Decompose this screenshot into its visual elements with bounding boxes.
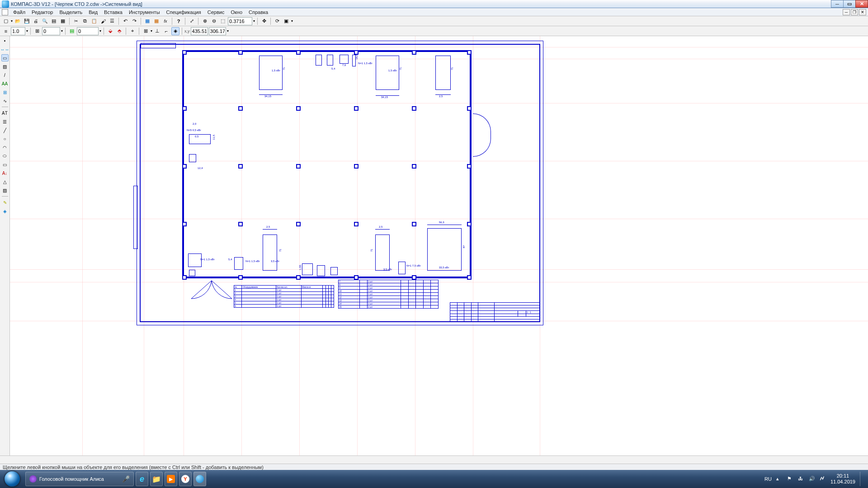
tool-axis[interactable]: ╱ (1, 127, 9, 134)
task-alice[interactable]: Голосовой помощник Алиса 🎤 (25, 472, 134, 486)
tray-up-icon[interactable]: ▴ (776, 476, 783, 482)
zoom-in-button[interactable] (201, 17, 209, 25)
redo-button[interactable] (130, 17, 138, 25)
step-button[interactable]: ⊞ (33, 27, 41, 35)
dimensions-button[interactable]: ↔ (1, 46, 9, 53)
tool-rows[interactable]: ☰ (1, 118, 9, 125)
snap-disable-button[interactable]: ⬘ (115, 27, 123, 35)
cut-button[interactable] (72, 17, 80, 25)
refresh-button[interactable]: ▣ (282, 17, 290, 25)
volume-icon[interactable]: 🔊 (809, 476, 815, 482)
zoom-fit-button[interactable] (188, 17, 196, 25)
context-help-button[interactable] (175, 17, 183, 25)
edit-button[interactable]: ▭ (1, 54, 9, 61)
menu-help[interactable]: Справка (245, 9, 271, 15)
geometry-button[interactable] (1, 37, 9, 44)
print-button[interactable] (32, 17, 40, 25)
pan-button[interactable]: ✥ (260, 17, 268, 25)
drawing-canvas[interactable]: 1,5 кВт 71 34,15 1,5 кВт 71 34,15 71 2,5… (10, 36, 868, 455)
coord-x-input[interactable] (191, 27, 208, 35)
snap-enable-button[interactable]: ⬙ (106, 27, 114, 35)
zoom-value-input[interactable] (228, 17, 252, 25)
ortho-button[interactable]: ⊥ (153, 27, 161, 35)
show-desktop-button[interactable] (860, 472, 863, 486)
mdi-restore-button[interactable]: ❐ (851, 9, 858, 15)
line-style-button[interactable]: ≡ (2, 27, 10, 35)
paste-button[interactable] (90, 17, 98, 25)
maximize-button[interactable]: ▭ (843, 0, 856, 8)
tool-rect[interactable]: ▭ (1, 161, 9, 168)
new-button[interactable] (2, 17, 10, 25)
snap-mode-button[interactable]: ◈ (171, 27, 179, 35)
copy-button[interactable] (81, 17, 89, 25)
menu-tools[interactable]: Инструменты (126, 9, 163, 15)
tool-param[interactable]: ◈ (1, 207, 9, 215)
save-button[interactable] (23, 17, 31, 25)
equip-13 (302, 263, 313, 275)
lang-indicator[interactable]: RU (764, 476, 772, 482)
fx-button[interactable] (161, 17, 170, 25)
tool-text2[interactable]: T (1, 109, 9, 117)
tool-ellipse[interactable]: ⬭ (1, 152, 9, 160)
tool-arc[interactable] (1, 144, 9, 151)
close-button[interactable]: ✕ (855, 0, 868, 8)
dim-label: 71 (283, 67, 285, 70)
dim-label: 71 (451, 67, 453, 70)
tool-hatch2[interactable]: ▨ (1, 187, 9, 194)
menu-file[interactable]: Файл (10, 9, 28, 15)
spline-tool[interactable]: ∿ (1, 97, 9, 104)
task-media[interactable]: ▶ (165, 472, 177, 486)
rebuild-button[interactable]: ⟳ (273, 17, 281, 25)
library-button[interactable]: ▦ (59, 17, 67, 25)
battery-icon[interactable]: 🗲 (820, 476, 826, 482)
open-button[interactable] (14, 17, 22, 25)
layer-input[interactable] (77, 27, 99, 35)
local-cs-button[interactable]: ⌖ (128, 27, 137, 35)
menu-edit[interactable]: Редактор (28, 9, 56, 15)
menu-window[interactable]: Окно (227, 9, 245, 15)
clock[interactable]: 20:11 11.04.2019 (830, 473, 855, 485)
start-button[interactable] (0, 470, 24, 488)
windows-button[interactable]: ▦ (143, 17, 151, 25)
table-tool[interactable]: ⊞ (1, 89, 9, 96)
task-kompas[interactable] (193, 472, 206, 486)
zoom-window-button[interactable]: ⬚ (219, 17, 227, 25)
designation-button[interactable] (1, 63, 9, 70)
variables-button[interactable]: ▦ (152, 17, 160, 25)
equip-5 (327, 55, 333, 66)
dim-label: 5,4 (228, 258, 232, 261)
task-yandex[interactable]: Y (179, 472, 192, 486)
flag-icon[interactable]: ⚑ (787, 476, 793, 482)
scale-input[interactable] (11, 27, 25, 35)
menu-service[interactable]: Сервис (204, 9, 228, 15)
round-button[interactable]: ⌐ (162, 27, 170, 35)
grid-button[interactable]: ⊞ (142, 27, 150, 35)
line-tool[interactable] (1, 71, 9, 79)
print-preview-button[interactable] (41, 17, 49, 25)
tool-leader[interactable]: △ (1, 178, 9, 185)
doc-manager-button[interactable]: ▤ (50, 17, 58, 25)
mdi-close-button[interactable]: ✕ (859, 9, 866, 15)
step-input[interactable] (42, 27, 60, 35)
layer-manager-button[interactable]: ▤ (68, 27, 76, 35)
title-block: 1 : 1 (450, 302, 540, 322)
format-painter-button[interactable]: 🖌 (99, 17, 107, 25)
minimize-button[interactable]: ─ (831, 0, 844, 8)
menu-insert[interactable]: Вставка (101, 9, 126, 15)
network-icon[interactable]: 🖧 (798, 476, 804, 482)
equip-12 (263, 235, 277, 271)
tool-circle[interactable] (1, 135, 9, 142)
undo-button[interactable] (121, 17, 129, 25)
task-ie[interactable]: e (136, 472, 148, 486)
mdi-minimize-button[interactable]: ─ (843, 9, 850, 15)
tool-annot[interactable]: A↓ (1, 169, 9, 177)
text-tool[interactable]: A (1, 80, 9, 87)
menu-view[interactable]: Вид (85, 9, 101, 15)
menu-select[interactable]: Выделить (56, 9, 85, 15)
task-explorer[interactable]: 📁 (150, 472, 163, 486)
tool-measure[interactable]: ✎ (1, 199, 9, 206)
zoom-out-button[interactable] (210, 17, 218, 25)
properties-button[interactable]: ☰ (108, 17, 116, 25)
menu-spec[interactable]: Спецификация (163, 9, 204, 15)
coord-y-input[interactable] (209, 27, 226, 35)
